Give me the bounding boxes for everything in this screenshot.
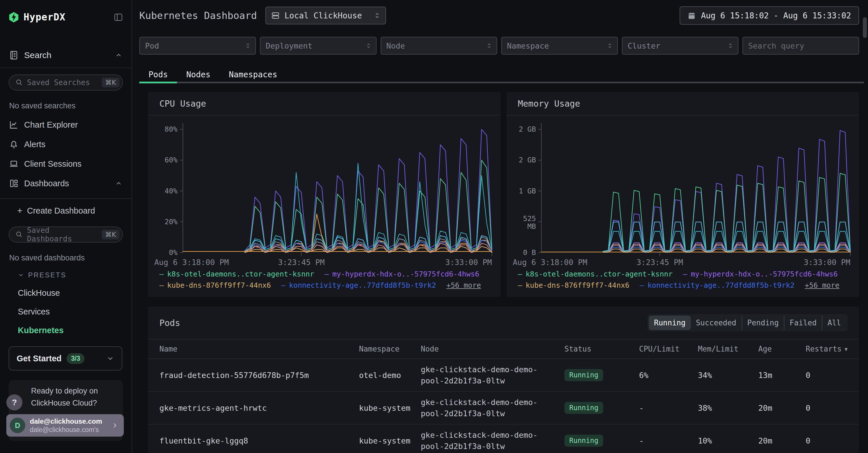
saved-dashboards-input[interactable]: Saved Dashboards ⌘K <box>9 227 123 243</box>
legend-item[interactable]: —k8s-otel-daemons..ctor-agent-ksnnr <box>159 270 314 278</box>
pod-filter-select[interactable]: Pod <box>139 37 256 55</box>
status-badge: Running <box>564 402 603 414</box>
cell-status: Running <box>564 369 639 381</box>
search-query-input[interactable]: Search query <box>742 37 859 55</box>
legend-item[interactable]: —kube-dns-876ff9ff7-44nx6 <box>159 281 271 289</box>
svg-text:0 B: 0 B <box>523 248 536 257</box>
column-header-name[interactable]: Name <box>159 345 359 353</box>
memory-usage-chart[interactable]: 0 B525MB1 GB2 GB2 GBAug 6 3:18:00 PM3:23… <box>506 116 859 268</box>
legend-dash-icon: — <box>518 281 522 289</box>
status-filter-pending[interactable]: Pending <box>742 316 784 330</box>
legend-dash-icon: — <box>159 270 164 278</box>
svg-text:2 GB: 2 GB <box>519 156 536 164</box>
node-filter-select[interactable]: Node <box>380 37 497 55</box>
status-filter-succeeded[interactable]: Succeeded <box>691 316 742 330</box>
create-dashboard-button[interactable]: Create Dashboard <box>0 201 131 220</box>
cell-name: gke-metrics-agent-hrwtc <box>159 403 359 413</box>
no-saved-searches-text: No saved searches <box>0 102 131 110</box>
shortcut-badge: ⌘K <box>102 230 120 239</box>
column-header-namespace[interactable]: Namespace <box>359 345 421 353</box>
avatar: D <box>10 418 25 433</box>
namespace-filter-select[interactable]: Namespace <box>501 37 618 55</box>
scrollbar[interactable] <box>863 17 867 38</box>
column-header-node[interactable]: Node <box>421 345 564 353</box>
datasource-value: Local ClickHouse <box>284 11 369 21</box>
time-range-value: Aug 6 15:18:02 - Aug 6 15:33:02 <box>701 11 851 21</box>
cloud-card-text: Ready to deploy on ClickHouse Cloud? <box>31 385 117 409</box>
chevron-down-icon <box>106 355 114 363</box>
sidebar-item-alerts[interactable]: Alerts <box>0 135 131 154</box>
cpu-chart-legend: —k8s-otel-daemons..ctor-agent-ksnnr—my-h… <box>148 268 501 297</box>
table-row[interactable]: gke-metrics-agent-hrwtckube-systemgke-cl… <box>148 392 859 425</box>
preset-clickhouse[interactable]: ClickHouse <box>0 288 131 298</box>
cell-mem: 34% <box>698 371 758 380</box>
cell-age: 20m <box>758 403 806 413</box>
cpu-usage-chart[interactable]: 0%20%40%60%80%Aug 6 3:18:00 PM3:23:45 PM… <box>148 116 501 268</box>
pods-table-panel: Pods RunningSucceededPendingFailedAll Na… <box>148 307 859 453</box>
sort-desc-icon: ▼ <box>844 346 847 352</box>
chevron-up-icon <box>115 180 122 187</box>
cpu-chart-title: CPU Usage <box>159 98 206 109</box>
saved-searches-input[interactable]: Saved Searches ⌘K <box>9 75 123 90</box>
tab-nodes[interactable]: Nodes <box>177 67 219 82</box>
svg-text:60%: 60% <box>164 156 178 164</box>
sidebar-section-search[interactable]: Search <box>0 48 131 62</box>
user-menu[interactable]: D dale@clickhouse.com dale@clickhouse.co… <box>6 414 124 436</box>
calendar-icon <box>688 11 696 20</box>
legend-dash-icon: — <box>683 270 687 278</box>
cluster-filter-select[interactable]: Cluster <box>622 37 739 55</box>
get-started-button[interactable]: Get Started 3/3 <box>9 346 122 370</box>
legend-item[interactable]: —k8s-otel-daemons..ctor-agent-ksnnr <box>518 270 673 278</box>
legend-item[interactable]: —kube-dns-876ff9ff7-44nx6 <box>518 281 629 289</box>
column-header-status[interactable]: Status <box>564 345 639 353</box>
datasource-select[interactable]: Local ClickHouse <box>266 7 386 24</box>
tab-namespaces[interactable]: Namespaces <box>220 67 287 82</box>
cell-name: fluentbit-gke-lggq8 <box>159 436 359 445</box>
status-filter-running[interactable]: Running <box>649 316 691 330</box>
chart-explorer-icon <box>9 120 19 129</box>
chevron-down-icon <box>18 272 24 278</box>
cell-age: 20m <box>758 436 806 445</box>
column-header-age[interactable]: Age <box>758 345 806 353</box>
status-filter-all[interactable]: All <box>822 316 846 330</box>
legend-more-link[interactable]: +56 more <box>446 281 481 289</box>
table-row[interactable]: fluentbit-gke-lggq8kube-systemgke-clicks… <box>148 425 859 453</box>
cell-cpu: 6% <box>639 371 698 380</box>
filter-bar: Pod Deployment Node Namespace Cluster Se… <box>132 37 868 55</box>
column-header-restarts[interactable]: Restarts▼ <box>806 345 847 353</box>
presets-toggle[interactable]: PRESETS <box>0 271 131 279</box>
pods-table-title: Pods <box>159 318 647 328</box>
cell-node: gke-clickstack-demo-demo-pool-2d2b1f3a-0… <box>421 429 545 452</box>
legend-dash-icon: — <box>324 270 329 278</box>
svg-text:3:33:00 PM: 3:33:00 PM <box>445 258 492 267</box>
cell-restarts: 0 <box>806 403 847 413</box>
svg-text:80%: 80% <box>164 125 178 133</box>
legend-item[interactable]: —konnectivity-age..77dfdd8f5b-t9rk2 <box>640 281 795 289</box>
status-badge: Running <box>564 369 603 381</box>
memory-usage-panel: Memory Usage 0 B525MB1 GB2 GB2 GBAug 6 3… <box>506 92 859 297</box>
legend-item[interactable]: —konnectivity-age..77dfdd8f5b-t9rk2 <box>281 281 436 289</box>
legend-more-link[interactable]: +56 more <box>805 281 839 289</box>
table-header-row: Name Namespace Node Status CPU/Limit Mem… <box>148 339 859 359</box>
help-button[interactable]: ? <box>6 394 22 410</box>
tab-pods[interactable]: Pods <box>139 67 177 82</box>
preset-kubernetes[interactable]: Kubernetes <box>0 325 131 335</box>
bell-icon <box>9 140 19 149</box>
sidebar-item-chart-explorer[interactable]: Chart Explorer <box>0 115 131 135</box>
sidebar-item-client-sessions[interactable]: Client Sessions <box>0 154 131 174</box>
sidebar-collapse-icon[interactable] <box>114 13 123 22</box>
cell-restarts: 0 <box>806 436 847 445</box>
column-header-cpu[interactable]: CPU/Limit <box>639 345 698 353</box>
legend-dash-icon: — <box>159 281 164 289</box>
cell-node: gke-clickstack-demo-demo-pool-2d2b1f3a-0… <box>421 364 545 386</box>
status-filter-failed[interactable]: Failed <box>784 316 822 330</box>
legend-item[interactable]: —my-hyperdx-hdx-o..-57975fcd6-4hws6 <box>324 270 479 278</box>
preset-services[interactable]: Services <box>0 307 131 316</box>
deployment-filter-select[interactable]: Deployment <box>260 37 377 55</box>
legend-item[interactable]: —my-hyperdx-hdx-o..-57975fcd6-4hws6 <box>683 270 838 278</box>
time-range-picker[interactable]: Aug 6 15:18:02 - Aug 6 15:33:02 <box>680 6 859 25</box>
sidebar-item-dashboards[interactable]: Dashboards <box>0 174 131 193</box>
table-row[interactable]: fraud-detection-55776d678b-p7f5motel-dem… <box>148 359 859 392</box>
column-header-mem[interactable]: Mem/Limit <box>698 345 758 353</box>
svg-text:525MB: 525MB <box>523 215 536 230</box>
